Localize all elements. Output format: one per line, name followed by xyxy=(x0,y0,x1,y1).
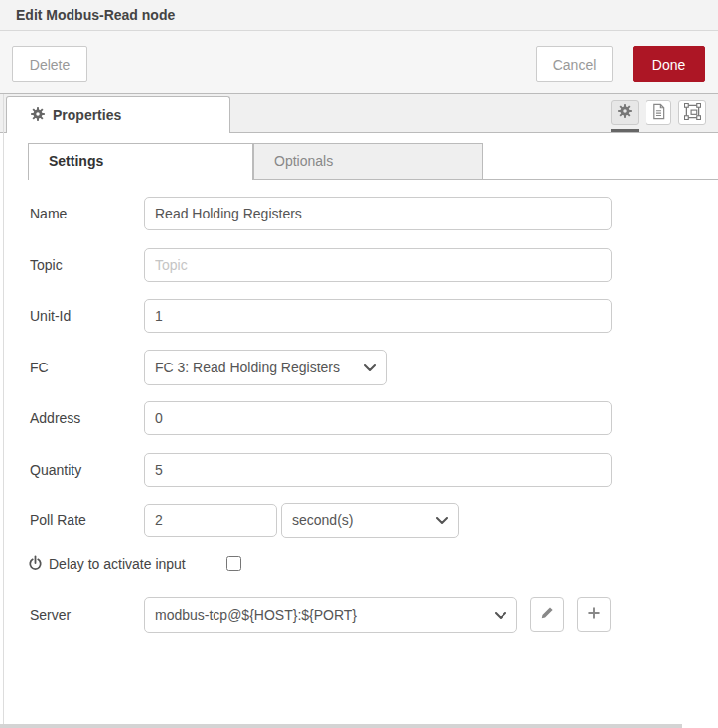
unit-id-label: Unit-Id xyxy=(30,299,139,333)
poll-rate-unit-value: second(s) xyxy=(292,512,432,528)
topic-input[interactable] xyxy=(144,248,612,282)
unit-id-input[interactable] xyxy=(144,299,612,333)
tab-properties-label: Properties xyxy=(53,107,121,123)
edit-server-button[interactable] xyxy=(530,597,564,632)
fc-select[interactable]: FC 3: Read Holding Registers xyxy=(144,350,387,385)
address-input[interactable] xyxy=(144,401,612,435)
quantity-input[interactable] xyxy=(144,453,612,487)
dialog-toolbar: Delete Cancel Done xyxy=(0,31,718,94)
poll-rate-input[interactable] xyxy=(144,504,277,537)
plus-icon xyxy=(587,606,601,623)
tab-properties[interactable]: Properties xyxy=(6,96,230,133)
panel-bottom-edge xyxy=(0,724,682,728)
cancel-button[interactable]: Cancel xyxy=(536,46,613,82)
quantity-label: Quantity xyxy=(30,453,139,487)
server-select[interactable]: modbus-tcp@${HOST}:${PORT} xyxy=(144,597,517,633)
power-icon xyxy=(28,555,43,574)
delay-checkbox[interactable] xyxy=(226,556,241,571)
editor-tab-bar: Properties xyxy=(0,94,718,133)
name-input[interactable] xyxy=(144,197,612,230)
properties-gear-button[interactable] xyxy=(611,100,639,125)
tab-settings[interactable]: Settings xyxy=(28,143,253,180)
active-icon-underline xyxy=(611,129,639,132)
server-selected-value: modbus-tcp@${HOST}:${PORT} xyxy=(155,607,491,623)
delay-row: Delay to activate input xyxy=(28,553,186,575)
poll-rate-label: Poll Rate xyxy=(30,504,139,537)
chevron-down-icon xyxy=(495,607,506,623)
gear-icon xyxy=(618,104,632,121)
fc-selected-value: FC 3: Read Holding Registers xyxy=(155,360,360,375)
description-icon xyxy=(651,103,666,123)
description-button[interactable] xyxy=(646,100,671,125)
tab-optionals[interactable]: Optionals xyxy=(253,143,483,180)
dialog-header: Edit Modbus-Read node xyxy=(0,0,718,31)
chevron-down-icon xyxy=(436,512,448,528)
topic-label: Topic xyxy=(30,248,139,282)
appearance-button[interactable] xyxy=(678,100,706,125)
delete-button[interactable]: Delete xyxy=(12,46,87,82)
fc-label: FC xyxy=(30,351,139,384)
chevron-down-icon xyxy=(364,360,376,375)
pencil-icon xyxy=(540,606,554,623)
add-server-button[interactable] xyxy=(577,597,611,632)
address-label: Address xyxy=(30,401,139,435)
delay-label: Delay to activate input xyxy=(49,556,186,572)
name-label: Name xyxy=(30,197,139,230)
appearance-icon xyxy=(684,103,701,123)
panel-left-edge xyxy=(3,94,4,728)
edit-modbus-read-node-dialog: Edit Modbus-Read node Delete Cancel Done xyxy=(0,0,718,728)
server-label: Server xyxy=(30,598,139,632)
poll-rate-unit-select[interactable]: second(s) xyxy=(281,503,459,538)
dialog-title: Edit Modbus-Read node xyxy=(16,0,175,30)
gear-icon xyxy=(31,107,45,124)
done-button[interactable]: Done xyxy=(633,46,705,82)
